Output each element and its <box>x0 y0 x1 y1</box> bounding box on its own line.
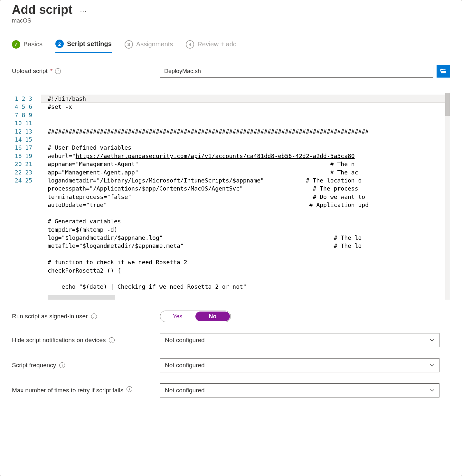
step-label: Basics <box>24 41 42 48</box>
step-label: Review + add <box>197 41 237 48</box>
wizard-steps: Basics 2 Script settings 3 Assignments 4… <box>12 40 450 53</box>
retry-count-label: Max number of times to retry if script f… <box>12 386 160 395</box>
scrollbar-thumb[interactable] <box>445 93 450 116</box>
editor-vertical-scrollbar[interactable] <box>445 93 450 300</box>
scrollbar-thumb[interactable] <box>48 295 115 300</box>
info-icon[interactable]: i <box>127 386 132 392</box>
step-number: 4 <box>186 40 194 49</box>
toggle-no[interactable]: No <box>195 312 230 321</box>
more-icon[interactable]: ··· <box>80 5 87 15</box>
step-label: Assignments <box>136 41 173 48</box>
hide-notifications-label: Hide script notifications on devices i <box>12 337 160 344</box>
script-frequency-label: Script frequency i <box>12 362 160 369</box>
script-frequency-select[interactable]: Not configured <box>160 358 439 372</box>
step-assignments[interactable]: 3 Assignments <box>125 40 173 53</box>
required-indicator: * <box>50 68 52 75</box>
step-label: Script settings <box>67 40 112 48</box>
step-review-add[interactable]: 4 Review + add <box>186 40 237 53</box>
step-number: 3 <box>125 40 133 49</box>
upload-filename-input[interactable] <box>160 65 433 78</box>
page-subtitle: macOS <box>12 17 450 24</box>
select-value: Not configured <box>165 337 205 344</box>
browse-file-button[interactable] <box>437 65 450 78</box>
editor-code[interactable]: #!/bin/bash #set -x ####################… <box>41 93 445 300</box>
select-value: Not configured <box>165 362 205 369</box>
folder-open-icon <box>440 68 447 75</box>
step-script-settings[interactable]: 2 Script settings <box>55 40 112 53</box>
step-basics[interactable]: Basics <box>12 40 42 53</box>
step-number: 2 <box>55 40 64 48</box>
toggle-yes[interactable]: Yes <box>160 311 195 322</box>
chevron-down-icon <box>429 338 435 343</box>
hide-notifications-select[interactable]: Not configured <box>160 333 439 347</box>
select-value: Not configured <box>165 387 205 394</box>
run-as-user-toggle[interactable]: Yes No <box>160 311 231 322</box>
chevron-down-icon <box>429 363 435 368</box>
info-icon[interactable]: i <box>91 313 97 319</box>
chevron-down-icon <box>429 388 435 393</box>
info-icon[interactable]: i <box>55 68 61 74</box>
checkmark-icon <box>14 42 18 47</box>
upload-script-label: Upload script * i <box>12 68 160 75</box>
info-icon[interactable]: i <box>59 362 65 368</box>
retry-count-select[interactable]: Not configured <box>160 383 439 397</box>
page-title: Add script <box>12 3 72 17</box>
info-icon[interactable]: i <box>109 337 115 343</box>
run-as-user-label: Run script as signed-in user i <box>12 313 160 320</box>
script-editor[interactable]: 1 2 3 4 5 6 7 8 9 10 11 12 13 14 15 16 1… <box>12 93 450 300</box>
editor-horizontal-scrollbar[interactable] <box>41 295 445 300</box>
editor-gutter: 1 2 3 4 5 6 7 8 9 10 11 12 13 14 15 16 1… <box>12 93 41 300</box>
